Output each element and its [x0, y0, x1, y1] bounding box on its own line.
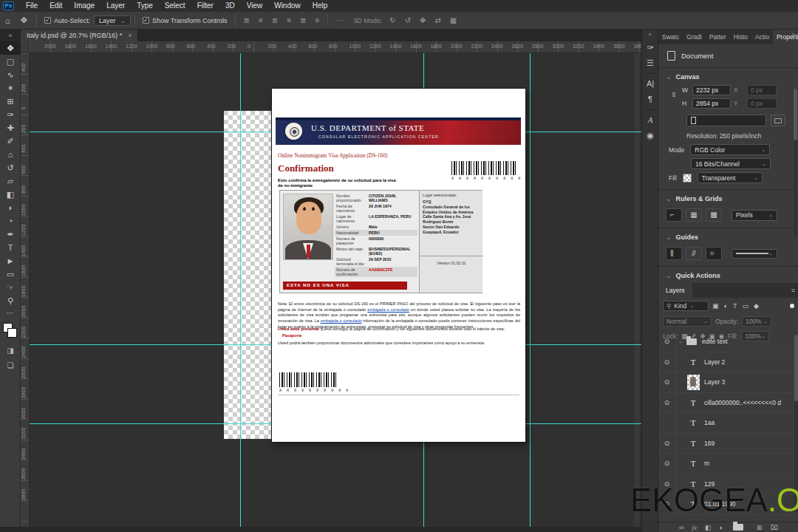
panel-tab-gradi[interactable]: Gradi — [683, 30, 706, 44]
layer-row[interactable]: ⊙Tcilla0000000..<<<<<<<<0 d — [658, 393, 798, 414]
layer-row[interactable]: ⊙⌄edite text — [658, 332, 798, 352]
dodge-tool[interactable]: ◔ — [0, 214, 21, 228]
toggle-rulers-button[interactable]: ⌐ — [666, 208, 682, 222]
rulers-grids-header[interactable]: ⌄ Rulers & Grids — [658, 190, 798, 205]
color-mode-dropdown[interactable]: RGB Color⌄ — [690, 144, 770, 155]
toolbar-expand-icon[interactable]: » — [0, 30, 21, 41]
visibility-eye-icon[interactable]: ⊙ — [658, 372, 676, 392]
3d-pan-icon[interactable]: ✥ — [415, 16, 430, 24]
collapse-panels-icon[interactable]: » — [792, 31, 795, 38]
blur-tool[interactable]: ◗ — [0, 201, 21, 214]
embassy-link[interactable]: embajada o consulado — [367, 307, 409, 312]
new-group-icon[interactable] — [733, 524, 743, 531]
close-icon[interactable]: × — [128, 30, 132, 41]
move-tool[interactable]: ✥ — [0, 41, 21, 55]
filter-type-layers-icon[interactable]: T — [733, 302, 737, 310]
menu-3d[interactable]: 3D — [219, 0, 241, 12]
canvas-section-header[interactable]: ⌄ Canvas — [658, 68, 798, 83]
character-panel-icon[interactable]: A| — [642, 76, 658, 92]
layers-tab[interactable]: Layers — [658, 283, 692, 298]
adjustment-layer-icon[interactable]: ◐ — [720, 524, 723, 531]
type-tool[interactable]: T — [0, 241, 21, 254]
home-icon[interactable]: ⌂ — [0, 16, 16, 25]
visibility-eye-icon[interactable]: ⊙ — [658, 332, 676, 352]
brush-tool[interactable]: ✐ — [0, 134, 21, 148]
align-bottom-icon[interactable]: ≡ — [310, 16, 324, 24]
filter-adjustment-layers-icon[interactable]: ◐ — [724, 302, 728, 310]
landscape-orientation-button[interactable] — [771, 115, 785, 126]
canvas-scrollbar-track[interactable] — [634, 53, 640, 527]
move-tool-preset-icon[interactable]: ✥ — [16, 16, 33, 25]
show-transform-checkbox[interactable]: ✓ Show Transform Controls — [139, 17, 231, 24]
menu-image[interactable]: Image — [68, 0, 100, 12]
toggle-grid-button[interactable]: ▦ — [686, 208, 702, 222]
link-layers-icon[interactable]: ∞ — [679, 524, 683, 531]
align-left-icon[interactable]: ≣ — [239, 16, 254, 24]
auto-select-dropdown[interactable]: Layer ⌄ — [94, 16, 131, 26]
healing-brush-tool[interactable]: ✚ — [0, 121, 21, 134]
portrait-orientation-button[interactable] — [686, 115, 766, 126]
filter-pixel-layers-icon[interactable]: ▣ — [712, 302, 719, 310]
panel-menu-icon[interactable]: ≡ — [788, 283, 798, 298]
pen-tool[interactable]: ✒ — [0, 228, 21, 241]
canvas-viewport[interactable]: U.S. DEPARTMENT of STATE CONSULAR ELECTR… — [30, 53, 641, 527]
guide-style-dropdown[interactable]: ⌄ — [732, 249, 777, 259]
vertical-guide[interactable] — [530, 53, 531, 527]
layer-row[interactable]: T1aa — [658, 413, 798, 434]
align-middle-icon[interactable]: ≣ — [296, 16, 310, 24]
panel-tab-actio[interactable]: Actio — [751, 30, 773, 44]
menu-layer[interactable]: Layer — [100, 0, 131, 12]
paragraph-panel-icon[interactable]: ¶ — [642, 92, 658, 107]
layer-mask-icon[interactable]: ◧ — [705, 524, 712, 531]
path-selection-tool[interactable]: ► — [0, 254, 21, 267]
layer-row[interactable]: ⊙T169 — [658, 434, 798, 454]
filter-shape-layers-icon[interactable]: ▭ — [742, 302, 748, 310]
fill-swatch[interactable] — [683, 174, 692, 183]
fill-dropdown[interactable]: Transparent⌄ — [698, 172, 763, 183]
3d-slide-icon[interactable]: ⇄ — [430, 16, 445, 24]
properties-scrollbar[interactable] — [794, 89, 797, 236]
brush-settings-icon[interactable]: ✑ — [642, 40, 658, 55]
opacity-field[interactable]: 100%⌄ — [742, 316, 771, 327]
document-tab[interactable]: Italy id.psd @ 20.7% (RGB/16) * × — [21, 30, 138, 41]
panel-tab-swatc[interactable]: Swatc — [658, 30, 683, 44]
panel-tab-patter[interactable]: Patter — [706, 30, 730, 44]
layer-effects-icon[interactable]: fx — [692, 524, 698, 531]
new-layer-icon[interactable]: ⊞ — [757, 524, 763, 531]
visibility-eye-icon[interactable]: ⊙ — [658, 393, 676, 413]
panel-tab-histo[interactable]: Histo — [730, 30, 751, 44]
3d-orbit-icon[interactable]: ↻ — [385, 16, 400, 24]
align-center-icon[interactable]: ≡ — [254, 16, 267, 24]
bit-depth-dropdown[interactable]: 16 Bits/Channel⌄ — [691, 158, 771, 169]
layer-row[interactable]: ⊙Tm — [658, 454, 798, 474]
filter-smart-objects-icon[interactable]: ◆ — [754, 302, 759, 310]
lasso-tool[interactable]: ∿ — [0, 68, 21, 81]
eyedropper-tool[interactable]: ✑ — [0, 108, 21, 121]
zoom-tool[interactable]: ⚲ — [0, 294, 21, 307]
menu-view[interactable]: View — [241, 0, 269, 12]
quick-actions-header[interactable]: ⌄ Quick Actions — [658, 267, 798, 282]
snap-button[interactable]: ▩ — [706, 208, 722, 222]
layer-row[interactable]: ⊙Layer 3 — [658, 372, 798, 393]
horizontal-ruler[interactable]: 2000180016001400120010008006004002000200… — [30, 41, 641, 53]
height-field[interactable]: 2854 px — [692, 98, 731, 109]
more-options-icon[interactable]: ⋯ — [332, 16, 350, 25]
materials-panel-icon[interactable]: ◉ — [642, 128, 658, 143]
filter-kind-dropdown[interactable]: ⚲ Kind ⌄ — [663, 301, 709, 311]
menu-edit[interactable]: Edit — [44, 0, 68, 12]
clone-stamp-tool[interactable]: ⌂ — [0, 148, 21, 161]
menu-file[interactable]: File — [20, 0, 44, 12]
crop-tool[interactable]: ⊞ — [0, 95, 21, 108]
toggle-guides-button[interactable]: ⫼ — [666, 247, 682, 260]
delete-layer-icon[interactable]: ⌧ — [771, 524, 778, 531]
properties-sliders-icon[interactable]: ☰ — [642, 55, 658, 71]
hand-tool[interactable]: ☞ — [0, 281, 21, 294]
quick-mask-icon[interactable]: ◨ — [0, 345, 21, 357]
blend-mode-dropdown[interactable]: Normal⌄ — [663, 316, 712, 327]
edit-toolbar-icon[interactable]: ⋯ — [0, 309, 20, 317]
menu-window[interactable]: Window — [268, 0, 307, 12]
expand-panels-icon[interactable]: « — [642, 30, 658, 40]
marquee-tool[interactable]: ▢ — [0, 55, 21, 68]
background-color-swatch[interactable] — [7, 328, 17, 338]
menu-select[interactable]: Select — [159, 0, 191, 12]
